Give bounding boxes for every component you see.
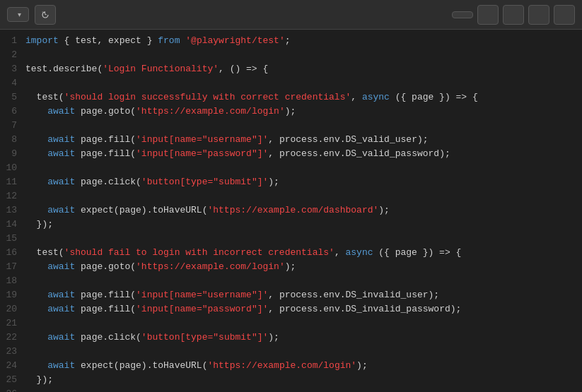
code-line: await page.fill('input[name="password"]'… — [23, 147, 582, 161]
code-line — [23, 274, 582, 288]
code-line: await page.fill('input[name="username"]'… — [23, 288, 582, 302]
history-icon — [41, 9, 50, 20]
code-line — [23, 76, 582, 90]
code-line: }); — [23, 373, 582, 387]
open-button[interactable]: ▾ — [7, 7, 29, 22]
close-button[interactable] — [554, 5, 575, 25]
save-button[interactable] — [452, 11, 473, 18]
code-line: import { test, expect } from '@playwrigh… — [23, 34, 582, 48]
code-line: await page.click('button[type="submit"]'… — [23, 175, 582, 189]
code-area[interactable]: import { test, expect } from '@playwrigh… — [23, 30, 582, 392]
code-line: await page.click('button[type="submit"]'… — [23, 331, 582, 345]
code-line: await page.fill('input[name="username"]'… — [23, 133, 582, 147]
history-button[interactable] — [35, 5, 56, 25]
code-line: test('should login successfully with cor… — [23, 90, 582, 105]
code-line — [23, 345, 582, 359]
code-line — [23, 189, 582, 203]
minimize-button[interactable] — [503, 5, 524, 25]
code-line — [23, 232, 582, 246]
titlebar: ▾ — [0, 0, 582, 30]
code-line — [23, 119, 582, 133]
maximize-button[interactable] — [528, 5, 549, 25]
code-line: await page.fill('input[name="password"]'… — [23, 302, 582, 316]
code-line — [23, 161, 582, 175]
code-line: await expect(page).toHaveURL('https://ex… — [23, 203, 582, 218]
code-line: test.describe('Login Functionality', () … — [23, 62, 582, 76]
chevron-down-icon: ▾ — [18, 11, 21, 18]
code-line — [23, 48, 582, 62]
line-numbers: 1234567891011121314151617181920212223242… — [0, 30, 23, 392]
titlebar-right — [452, 5, 575, 25]
code-line: await expect(page).toHaveURL('https://ex… — [23, 359, 582, 373]
menu-button[interactable] — [477, 5, 499, 25]
code-line: await page.goto('https://example.com/log… — [23, 105, 582, 119]
titlebar-left: ▾ — [7, 5, 120, 25]
code-line: test('should fail to login with incorrec… — [23, 246, 582, 260]
code-line: }); — [23, 218, 582, 232]
code-line — [23, 316, 582, 331]
editor: 1234567891011121314151617181920212223242… — [0, 30, 582, 392]
code-line: await page.goto('https://example.com/log… — [23, 260, 582, 274]
code-line — [23, 387, 582, 392]
